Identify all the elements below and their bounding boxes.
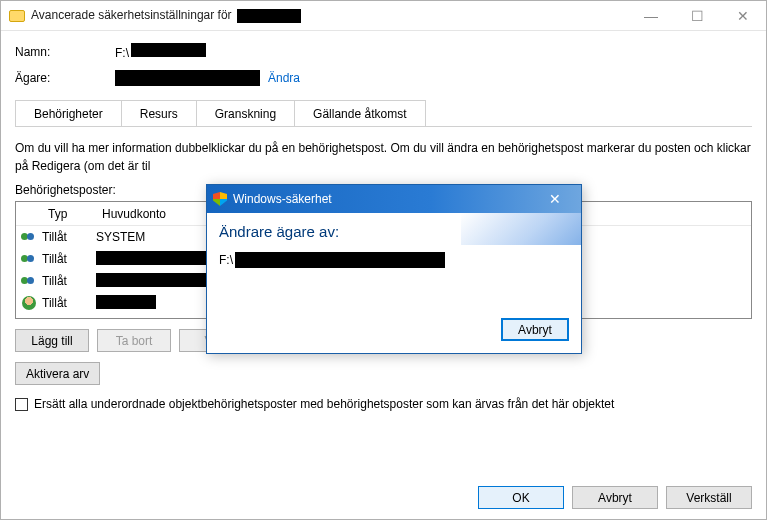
dialog-title: Windows-säkerhet bbox=[233, 192, 332, 206]
windows-security-dialog: Windows-säkerhet ✕ Ändrare ägare av: F:\… bbox=[206, 184, 582, 354]
dialog-path: F:\ bbox=[219, 252, 569, 268]
row-type: Tillåt bbox=[42, 230, 96, 244]
cancel-button[interactable]: Avbryt bbox=[572, 486, 658, 509]
dialog-cancel-button[interactable]: Avbryt bbox=[501, 318, 569, 341]
dialog-titlebar[interactable]: Windows-säkerhet ✕ bbox=[207, 185, 581, 213]
dialog-path-prefix: F:\ bbox=[219, 253, 233, 267]
name-value: F:\ bbox=[115, 43, 206, 60]
redacted-dialog-path bbox=[235, 252, 445, 268]
tab-underline bbox=[15, 126, 752, 127]
replace-children-checkbox[interactable] bbox=[15, 398, 28, 411]
dialog-footer: Avbryt bbox=[207, 310, 581, 353]
col-type-header[interactable]: Typ bbox=[42, 207, 96, 221]
tab-share[interactable]: Resurs bbox=[121, 100, 197, 127]
add-button[interactable]: Lägg till bbox=[15, 329, 89, 352]
row-type: Tillåt bbox=[42, 252, 96, 266]
dialog-heading: Ändrare ägare av: bbox=[219, 223, 569, 240]
tabs: Behörigheter Resurs Granskning Gällande … bbox=[15, 100, 752, 127]
redacted-title bbox=[237, 9, 301, 23]
group-icon bbox=[21, 274, 37, 288]
name-row: Namn: F:\ bbox=[15, 43, 752, 60]
tab-effective[interactable]: Gällande åtkomst bbox=[294, 100, 425, 127]
redacted-principal bbox=[96, 295, 156, 309]
name-prefix: F:\ bbox=[115, 46, 129, 60]
shield-icon bbox=[213, 192, 227, 206]
close-button[interactable]: ✕ bbox=[720, 1, 766, 30]
change-owner-link[interactable]: Ändra bbox=[268, 71, 300, 85]
row-type: Tillåt bbox=[42, 274, 96, 288]
name-label: Namn: bbox=[15, 45, 115, 59]
redacted-name bbox=[131, 43, 206, 57]
description-text: Om du vill ha mer information dubbelklic… bbox=[15, 139, 752, 175]
remove-button[interactable]: Ta bort bbox=[97, 329, 171, 352]
owner-row: Ägare: Ändra bbox=[15, 70, 752, 86]
footer-buttons: OK Avbryt Verkställ bbox=[15, 474, 752, 509]
window-title-text: Avancerade säkerhetsinställningar för bbox=[31, 8, 232, 22]
maximize-button[interactable]: ☐ bbox=[674, 1, 720, 30]
redacted-principal bbox=[96, 251, 206, 265]
replace-children-row: Ersätt alla underordnade objektbehörighe… bbox=[15, 397, 752, 411]
redacted-owner bbox=[115, 70, 260, 86]
tab-permissions[interactable]: Behörigheter bbox=[15, 100, 122, 127]
window-controls: — ☐ ✕ bbox=[628, 1, 766, 30]
dialog-close-button[interactable]: ✕ bbox=[535, 191, 575, 207]
user-icon bbox=[22, 296, 36, 310]
dialog-body: Ändrare ägare av: F:\ bbox=[207, 213, 581, 310]
tab-auditing[interactable]: Granskning bbox=[196, 100, 295, 127]
group-icon bbox=[21, 230, 37, 244]
apply-button[interactable]: Verkställ bbox=[666, 486, 752, 509]
titlebar[interactable]: Avancerade säkerhetsinställningar för — … bbox=[1, 1, 766, 31]
enable-inheritance-button[interactable]: Aktivera arv bbox=[15, 362, 100, 385]
folder-icon bbox=[9, 10, 25, 22]
ok-button[interactable]: OK bbox=[478, 486, 564, 509]
replace-children-label: Ersätt alla underordnade objektbehörighe… bbox=[34, 397, 614, 411]
inherit-row: Aktivera arv bbox=[15, 362, 752, 385]
owner-label: Ägare: bbox=[15, 71, 115, 85]
minimize-button[interactable]: — bbox=[628, 1, 674, 30]
redacted-principal bbox=[96, 273, 206, 287]
row-type: Tillåt bbox=[42, 296, 96, 310]
window-title: Avancerade säkerhetsinställningar för bbox=[31, 8, 301, 23]
group-icon bbox=[21, 252, 37, 266]
